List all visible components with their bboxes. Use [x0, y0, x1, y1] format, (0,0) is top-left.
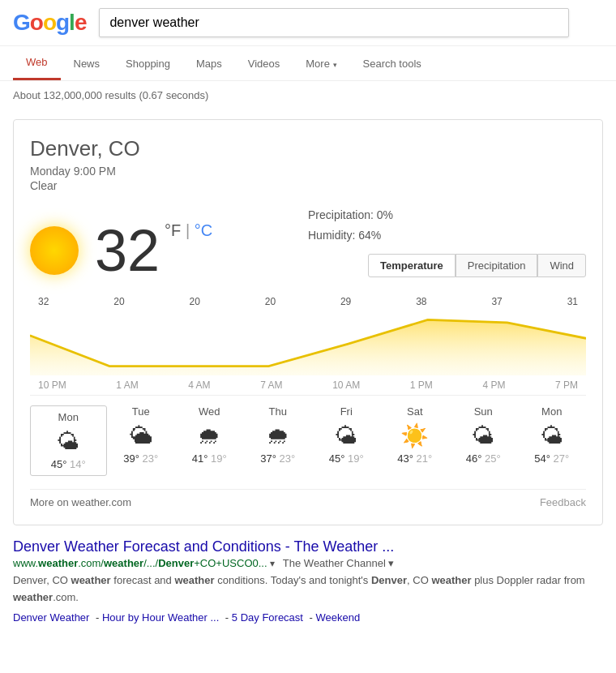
- results-meta: About 132,000,000 results (0.67 seconds): [0, 81, 616, 109]
- day-name: Wed: [175, 405, 244, 418]
- day-temps: 45° 19°: [312, 452, 381, 465]
- chart-time-labels: 10 PM 1 AM 4 AM 7 AM 10 AM 1 PM 4 PM 7 P…: [30, 379, 586, 391]
- weather-stats: Precipitation: 0% Humidity: 64%: [308, 205, 586, 246]
- weather-header: Denver, CO Monday 9:00 PM Clear: [30, 136, 586, 192]
- day-name: Mon: [518, 405, 587, 418]
- day-icon: 🌤: [518, 422, 587, 449]
- result-source-arrow[interactable]: ▾: [270, 558, 275, 569]
- result-url: www.weather.com/weather/.../Denver+CO+US…: [13, 557, 603, 569]
- weather-card: Denver, CO Monday 9:00 PM Clear 32 °F | …: [13, 119, 603, 525]
- precipitation-stat: Precipitation: 0%: [308, 205, 586, 225]
- day-name: Tue: [107, 405, 176, 418]
- sublink-5day-forecast[interactable]: 5 Day Forecast: [232, 611, 303, 624]
- day-temps: 43° 21°: [381, 452, 450, 465]
- day-icon: 🌤: [34, 428, 103, 455]
- daily-forecast: Mon 🌤 45° 14° Tue 🌥 39° 23° Wed 🌧 41° 19…: [30, 395, 586, 476]
- tab-wind[interactable]: Wind: [537, 254, 586, 277]
- nav-search-tools[interactable]: Search tools: [350, 48, 434, 79]
- result-description: Denver, CO weather forecast and weather …: [13, 572, 603, 607]
- forecast-day-sun[interactable]: Sun 🌤 46° 25°: [449, 405, 518, 476]
- forecast-day-mon2[interactable]: Mon 🌤 54° 27°: [518, 405, 587, 476]
- sublink-weekend[interactable]: Weekend: [316, 611, 361, 624]
- forecast-day-thu[interactable]: Thu 🌧 37° 23°: [244, 405, 313, 476]
- weather-location: Denver, CO: [30, 136, 586, 161]
- day-icon: 🌥: [107, 422, 176, 449]
- temperature-value: 32: [95, 221, 160, 280]
- weather-condition: Clear: [30, 179, 586, 192]
- sun-icon: [30, 226, 79, 275]
- celsius-unit[interactable]: °C: [195, 221, 212, 239]
- feedback-link[interactable]: Feedback: [540, 496, 586, 508]
- tab-precipitation[interactable]: Precipitation: [456, 254, 538, 277]
- result-url-text: www.weather.com/weather/.../Denver+CO+US…: [13, 557, 267, 569]
- day-temps: 41° 19°: [175, 452, 244, 465]
- result-source-label: The Weather Channel: [283, 557, 386, 569]
- temperature-unit: °F | °C: [165, 221, 212, 240]
- fahrenheit-unit: °F: [165, 221, 181, 239]
- result-sub-links: Denver Weather - Hour by Hour Weather ..…: [13, 611, 603, 624]
- day-temps: 45° 14°: [34, 458, 103, 470]
- weather-datetime: Monday 9:00 PM: [30, 165, 586, 178]
- day-temps: 54° 27°: [518, 452, 587, 465]
- day-icon: 🌧: [244, 422, 313, 449]
- nav-web[interactable]: Web: [13, 46, 61, 80]
- day-temps: 37° 23°: [244, 452, 313, 465]
- humidity-stat: Humidity: 64%: [308, 225, 586, 246]
- day-name: Thu: [244, 405, 313, 418]
- nav-news[interactable]: News: [61, 48, 113, 79]
- forecast-day-fri[interactable]: Fri 🌤 45° 19°: [312, 405, 381, 476]
- nav-shopping[interactable]: Shopping: [113, 48, 183, 79]
- day-icon: ☀️: [381, 422, 450, 449]
- search-results: Denver Weather Forecast and Conditions -…: [0, 538, 616, 624]
- sublink-denver-weather[interactable]: Denver Weather: [13, 611, 89, 624]
- forecast-day-mon1[interactable]: Mon 🌤 45° 14°: [30, 405, 107, 476]
- google-logo[interactable]: Google: [13, 10, 86, 36]
- nav-more[interactable]: More ▾: [293, 48, 349, 79]
- more-on-weather-link[interactable]: More on weather.com: [30, 496, 131, 508]
- temperature-chart: 32 20 20 20 29 38 37 31 10 PM: [30, 296, 586, 385]
- day-name: Sat: [381, 405, 450, 418]
- weather-footer: More on weather.com Feedback: [30, 489, 586, 508]
- day-icon: 🌤: [312, 422, 381, 449]
- nav-maps[interactable]: Maps: [183, 48, 235, 79]
- search-bar: [99, 8, 569, 37]
- day-temps: 46° 25°: [449, 452, 518, 465]
- chart-tabs: Temperature Precipitation Wind: [308, 254, 586, 277]
- day-icon: 🌤: [449, 422, 518, 449]
- day-name: Fri: [312, 405, 381, 418]
- sublink-hour-by-hour[interactable]: Hour by Hour Weather ...: [102, 611, 219, 624]
- navigation: Web News Shopping Maps Videos More ▾ Sea…: [0, 46, 616, 81]
- day-temps: 39° 23°: [107, 452, 176, 465]
- nav-videos[interactable]: Videos: [235, 48, 293, 79]
- forecast-day-sat[interactable]: Sat ☀️ 43° 21°: [381, 405, 450, 476]
- result-title[interactable]: Denver Weather Forecast and Conditions -…: [13, 538, 603, 555]
- result-source-arrow2[interactable]: ▾: [388, 557, 394, 569]
- forecast-day-tue[interactable]: Tue 🌥 39° 23°: [107, 405, 176, 476]
- day-name: Mon: [34, 411, 103, 423]
- forecast-day-wed[interactable]: Wed 🌧 41° 19°: [175, 405, 244, 476]
- more-dropdown-arrow: ▾: [333, 61, 337, 69]
- day-name: Sun: [449, 405, 518, 418]
- chart-value-labels: 32 20 20 20 29 38 37 31: [30, 296, 586, 307]
- day-icon: 🌧: [175, 422, 244, 449]
- search-input[interactable]: [99, 8, 569, 37]
- weather-main: 32 °F | °C: [30, 221, 308, 280]
- chart-svg: [30, 311, 586, 375]
- tab-temperature[interactable]: Temperature: [368, 254, 456, 277]
- header: Google: [0, 0, 616, 46]
